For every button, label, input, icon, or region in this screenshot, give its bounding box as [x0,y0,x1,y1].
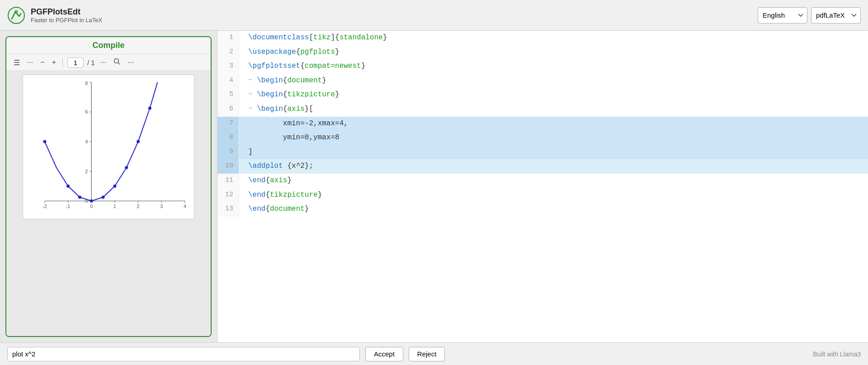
code-content-10: \addplot {x^2}; [239,159,868,174]
right-panel: 1 \documentclass[tikz]{standalone} 2 \us… [217,31,868,342]
line-num-5: 5 [217,88,239,102]
svg-point-29 [43,140,46,143]
line-num-4: 4 [217,74,239,88]
svg-text:2: 2 [137,204,140,209]
compile-toolbar: ☰ ··· − + / 1 ··· ··· [6,54,211,71]
code-line-13: 13 \end{document} [217,202,868,217]
line-num-1: 1 [217,31,239,45]
main-content: Compile ☰ ··· − + / 1 ··· ··· [0,31,868,342]
search-button[interactable] [112,57,123,68]
line-num-7: 7 [217,117,239,131]
svg-point-37 [148,107,151,110]
line-num-11: 11 [217,174,239,188]
search-icon [113,58,121,65]
svg-point-30 [66,185,70,188]
line-num-12: 12 [217,188,239,203]
code-content-3: \pgfplotsset{compat=newest} [239,59,868,74]
svg-point-36 [137,140,140,143]
list-button[interactable]: ☰ [12,57,22,68]
code-line-3: 3 \pgfplotsset{compat=newest} [217,59,868,74]
compile-panel: Compile ☰ ··· − + / 1 ··· ··· [5,36,212,337]
svg-text:4: 4 [184,204,186,209]
zoom-out-button[interactable]: − [38,57,46,67]
code-content-4: ~ \begin{document} [239,74,868,88]
built-with-text: Built with Llama3 [813,351,861,358]
svg-line-3 [118,63,120,65]
svg-text:6: 6 [85,109,88,114]
code-line-2: 2 \usepackage{pgfplots} [217,45,868,60]
line-num-8: 8 [217,131,239,145]
line-num-10: 10 [217,159,239,174]
code-line-4: 4 ~ \begin{document} [217,74,868,88]
svg-text:2: 2 [85,169,88,174]
code-content-1: \documentclass[tikz]{standalone} [239,31,868,45]
svg-text:8: 8 [85,81,88,86]
svg-point-32 [90,199,93,203]
svg-point-33 [102,196,105,199]
preview-canvas: 0 2 4 6 8 -2 [23,75,194,219]
app-logo [7,6,25,24]
toolbar-ellipsis-3[interactable]: ··· [126,57,136,67]
svg-point-34 [113,185,116,188]
code-content-9: ] [239,145,868,160]
zoom-in-button[interactable]: + [50,57,58,67]
line-num-13: 13 [217,202,239,217]
svg-point-31 [78,196,81,199]
svg-point-1 [14,10,18,14]
code-line-10: 10 \addplot {x^2}; [217,159,868,174]
svg-text:-1: -1 [66,204,71,209]
app-header: PGFPlotsEdt Faster to PGFPlot in LaTeX E… [0,0,868,31]
code-content-2: \usepackage{pgfplots} [239,45,868,60]
language-select[interactable]: English German French [758,7,807,24]
code-content-7: xmin=-2,xmax=4, [239,117,868,131]
app-title-main: PGFPlotsEdt [31,7,102,17]
chart-svg: 0 2 4 6 8 -2 [23,75,194,219]
code-line-5: 5 ~ \begin{tikzpicture} [217,88,868,102]
code-content-6: ~ \begin{axis}[ [239,102,868,117]
code-content-12: \end{tikzpicture} [239,188,868,203]
code-content-11: \end{axis} [239,174,868,188]
page-number-input[interactable] [67,57,84,68]
code-content-13: \end{document} [239,202,868,217]
svg-point-35 [125,166,128,169]
line-num-6: 6 [217,102,239,117]
code-line-1: 1 \documentclass[tikz]{standalone} [217,31,868,45]
code-line-11: 11 \end{axis} [217,174,868,188]
toolbar-ellipsis-1[interactable]: ··· [25,57,35,67]
svg-point-0 [8,7,24,24]
code-line-9: 9 ] [217,145,868,160]
svg-text:3: 3 [160,204,163,209]
toolbar-ellipsis-2[interactable]: ··· [99,57,108,67]
line-num-2: 2 [217,45,239,60]
total-pages: / 1 [87,59,95,66]
code-content-8: ymin=0,ymax=8 [239,131,868,145]
app-title-block: PGFPlotsEdt Faster to PGFPlot in LaTeX [31,7,102,24]
line-num-9: 9 [217,145,239,160]
compile-preview: 0 2 4 6 8 -2 [6,71,211,336]
app-title-sub: Faster to PGFPlot in LaTeX [31,17,102,24]
bottom-bar: Accept Reject Built with Llama3 [0,342,868,365]
code-line-7: 7 xmin=-2,xmax=4, [217,117,868,131]
prompt-input[interactable] [7,347,360,361]
reject-button[interactable]: Reject [409,347,445,361]
svg-text:0: 0 [90,204,93,209]
code-line-6: 6 ~ \begin{axis}[ [217,102,868,117]
code-line-8: 8 ymin=0,ymax=8 [217,131,868,145]
code-content-5: ~ \begin{tikzpicture} [239,88,868,102]
code-line-12: 12 \end{tikzpicture} [217,188,868,203]
compile-panel-header: Compile [6,37,211,54]
left-panel: Compile ☰ ··· − + / 1 ··· ··· [0,31,217,342]
editor-area[interactable]: 1 \documentclass[tikz]{standalone} 2 \us… [217,31,868,342]
header-left: PGFPlotsEdt Faster to PGFPlot in LaTeX [7,6,102,24]
svg-text:4: 4 [85,139,88,144]
svg-text:-2: -2 [42,204,47,209]
toolbar-separator [62,58,63,67]
engine-select[interactable]: pdfLaTeX LuaLaTeX XeLaTeX [811,7,861,24]
svg-text:1: 1 [113,204,116,209]
line-num-3: 3 [217,59,239,74]
header-right: English German French pdfLaTeX LuaLaTeX … [758,7,861,24]
accept-button[interactable]: Accept [365,347,403,361]
